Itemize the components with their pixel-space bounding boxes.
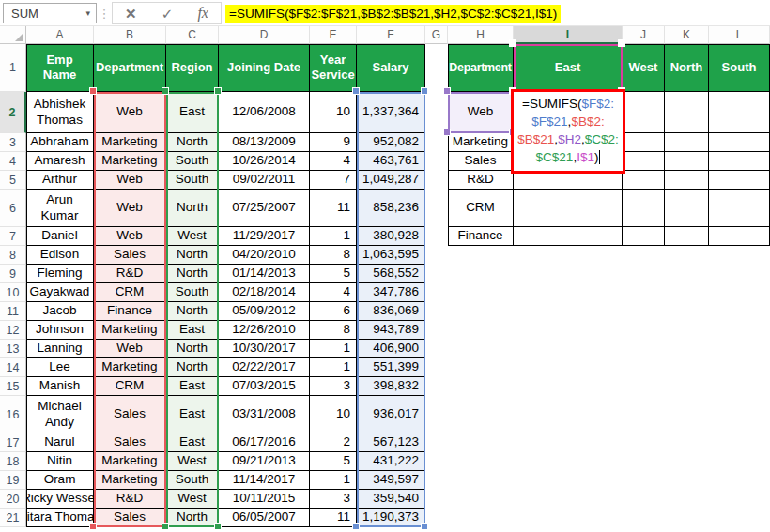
- column-header-E[interactable]: E: [310, 26, 357, 44]
- cell-J3[interactable]: [623, 133, 665, 152]
- cell-K3[interactable]: [665, 133, 709, 152]
- cell-C14[interactable]: North: [166, 358, 219, 377]
- cell-E2[interactable]: 10: [310, 92, 357, 133]
- row-header-18[interactable]: 18: [0, 452, 26, 471]
- cell-F15[interactable]: 398,832: [357, 377, 425, 396]
- cell-H2[interactable]: Web: [448, 92, 514, 133]
- cell-L5[interactable]: [709, 171, 770, 190]
- active-cell-formula[interactable]: =SUMIFS($F$2:$F$21,$B$2:$B$21,$H2,$C$2:$…: [511, 89, 625, 174]
- cell-J7[interactable]: [623, 227, 665, 246]
- cell-A17[interactable]: Narul: [26, 433, 94, 452]
- cell-B19[interactable]: Marketing: [94, 471, 166, 490]
- cell-E7[interactable]: 1: [310, 227, 357, 246]
- cell-K7[interactable]: [665, 227, 709, 246]
- cell-F19[interactable]: 349,597: [357, 471, 425, 490]
- cell-J4[interactable]: [623, 152, 665, 171]
- cell-D20[interactable]: 10/11/2015: [219, 490, 310, 509]
- column-header-I[interactable]: I: [514, 26, 623, 44]
- cell-C21[interactable]: North: [166, 509, 219, 527]
- cell-B17[interactable]: Sales: [94, 433, 166, 452]
- row-header-1[interactable]: 1: [0, 44, 26, 92]
- cell-F14[interactable]: 551,399: [357, 358, 425, 377]
- cell-H5[interactable]: R&D: [448, 171, 514, 190]
- cell-C4[interactable]: South: [166, 152, 219, 171]
- chevron-down-icon[interactable]: ▾: [85, 8, 96, 18]
- cell-E3[interactable]: 9: [310, 133, 357, 152]
- row-header-21[interactable]: 21: [0, 509, 26, 527]
- cell-B2[interactable]: Web: [94, 92, 166, 133]
- cell-A15[interactable]: Manish: [26, 377, 94, 396]
- cell-F12[interactable]: 943,789: [357, 321, 425, 340]
- cell-D3[interactable]: 08/13/2009: [219, 133, 310, 152]
- cell-H3[interactable]: Marketing: [448, 133, 514, 152]
- cell-C9[interactable]: North: [166, 265, 219, 283]
- cell-B12[interactable]: Marketing: [94, 321, 166, 340]
- cell-F10[interactable]: 347,786: [357, 283, 425, 302]
- cell-K5[interactable]: [665, 171, 709, 190]
- cell-H7[interactable]: Finance: [448, 227, 514, 246]
- cell-A16[interactable]: Michael Andy: [26, 396, 94, 433]
- cell-C6[interactable]: North: [166, 190, 219, 227]
- row-header-14[interactable]: 14: [0, 358, 26, 377]
- cell-E16[interactable]: 10: [310, 396, 357, 433]
- cell-C2[interactable]: East: [166, 92, 219, 133]
- cell-D18[interactable]: 09/21/2013: [219, 452, 310, 471]
- cell-A8[interactable]: Edison: [26, 246, 94, 265]
- cancel-icon[interactable]: ✕: [125, 7, 137, 21]
- cell-C19[interactable]: South: [166, 471, 219, 490]
- row-header-12[interactable]: 12: [0, 321, 26, 340]
- cell-F9[interactable]: 568,552: [357, 265, 425, 283]
- cell-A18[interactable]: Nitin: [26, 452, 94, 471]
- cell-B10[interactable]: CRM: [94, 283, 166, 302]
- cell-D12[interactable]: 12/26/2010: [219, 321, 310, 340]
- cell-C18[interactable]: West: [166, 452, 219, 471]
- cell-L7[interactable]: [709, 227, 770, 246]
- row-header-10[interactable]: 10: [0, 283, 26, 302]
- cell-I7[interactable]: [514, 227, 623, 246]
- row-header-11[interactable]: 11: [0, 302, 26, 321]
- cell-C15[interactable]: East: [166, 377, 219, 396]
- cell-B18[interactable]: Marketing: [94, 452, 166, 471]
- cell-F18[interactable]: 431,222: [357, 452, 425, 471]
- cell-A9[interactable]: Fleming: [26, 265, 94, 283]
- row-header-2[interactable]: 2: [0, 92, 26, 133]
- cell-A12[interactable]: Johnson: [26, 321, 94, 340]
- column-header-C[interactable]: C: [166, 26, 219, 44]
- cell-C5[interactable]: South: [166, 171, 219, 190]
- cell-B15[interactable]: CRM: [94, 377, 166, 396]
- cell-D6[interactable]: 07/25/2007: [219, 190, 310, 227]
- cell-C17[interactable]: East: [166, 433, 219, 452]
- cell-D15[interactable]: 07/03/2015: [219, 377, 310, 396]
- cell-B11[interactable]: Finance: [94, 302, 166, 321]
- cell-C8[interactable]: North: [166, 246, 219, 265]
- cell-E17[interactable]: 2: [310, 433, 357, 452]
- cell-I5[interactable]: [514, 171, 623, 190]
- cell-F8[interactable]: 1,063,595: [357, 246, 425, 265]
- cell-A7[interactable]: Daniel: [26, 227, 94, 246]
- cell-E15[interactable]: 3: [310, 377, 357, 396]
- cell-A10[interactable]: Gayakwad: [26, 283, 94, 302]
- cell-J5[interactable]: [623, 171, 665, 190]
- cell-A3[interactable]: Abhraham: [26, 133, 94, 152]
- row-header-4[interactable]: 4: [0, 152, 26, 171]
- row-header-8[interactable]: 8: [0, 246, 26, 265]
- cell-K2[interactable]: [665, 92, 709, 133]
- row-header-5[interactable]: 5: [0, 171, 26, 190]
- select-all-corner[interactable]: [0, 26, 26, 44]
- cell-E12[interactable]: 8: [310, 321, 357, 340]
- cell-A21[interactable]: Sitara Thomas: [26, 509, 94, 527]
- cell-L2[interactable]: [709, 92, 770, 133]
- cell-F3[interactable]: 952,082: [357, 133, 425, 152]
- cell-E18[interactable]: 5: [310, 452, 357, 471]
- cell-F6[interactable]: 858,236: [357, 190, 425, 227]
- column-header-F[interactable]: F: [357, 26, 425, 44]
- cell-E11[interactable]: 6: [310, 302, 357, 321]
- row-header-6[interactable]: 6: [0, 190, 26, 227]
- cell-B8[interactable]: Sales: [94, 246, 166, 265]
- cell-E8[interactable]: 8: [310, 246, 357, 265]
- cell-D21[interactable]: 06/05/2007: [219, 509, 310, 527]
- cell-C12[interactable]: East: [166, 321, 219, 340]
- cell-E19[interactable]: 1: [310, 471, 357, 490]
- cell-L4[interactable]: [709, 152, 770, 171]
- cell-J2[interactable]: [623, 92, 665, 133]
